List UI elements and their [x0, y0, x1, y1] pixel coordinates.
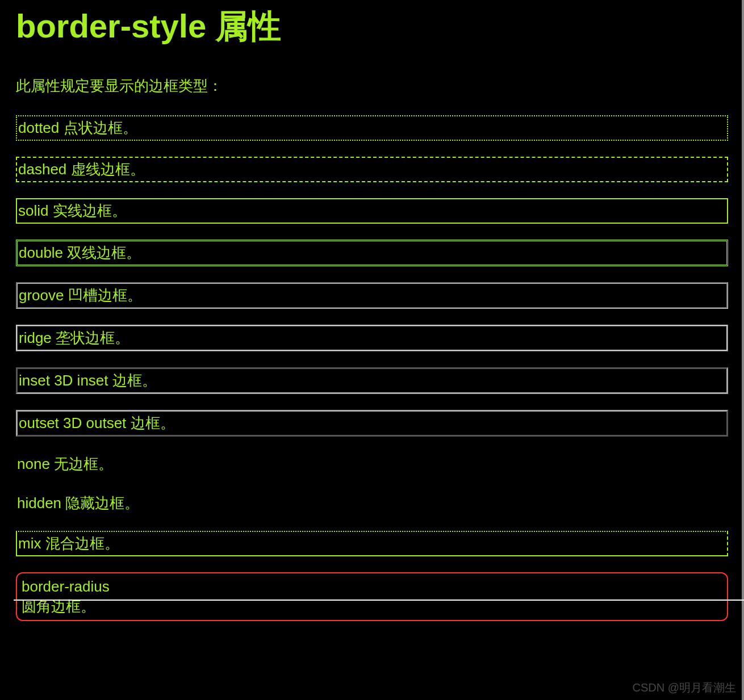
content-container: border-style 属性 此属性规定要显示的边框类型： dotted 点状…	[0, 0, 744, 621]
border-demo-dotted: dotted 点状边框。	[16, 115, 728, 141]
border-demo-hidden: hidden 隐藏边框。	[16, 492, 728, 515]
border-demo-inset: inset 3D inset 边框。	[16, 367, 728, 394]
border-demo-mix: mix 混合边框。	[16, 531, 728, 556]
subtitle-text: 此属性规定要显示的边框类型：	[16, 76, 728, 96]
border-demo-dashed: dashed 虚线边框。	[16, 157, 728, 182]
border-demo-outset: outset 3D outset 边框。	[16, 410, 728, 437]
border-demo-none: none 无边框。	[16, 452, 728, 476]
border-demo-radius: border-radius圆角边框。	[16, 572, 728, 621]
border-demo-double: double 双线边框。	[16, 240, 728, 266]
border-demo-solid: solid 实线边框。	[16, 198, 728, 224]
page-title: border-style 属性	[16, 0, 728, 49]
watermark-text: CSDN @明月看潮生	[632, 680, 736, 695]
border-demo-ridge: ridge 垄状边框。	[16, 325, 728, 351]
border-demo-groove: groove 凹槽边框。	[16, 282, 728, 309]
